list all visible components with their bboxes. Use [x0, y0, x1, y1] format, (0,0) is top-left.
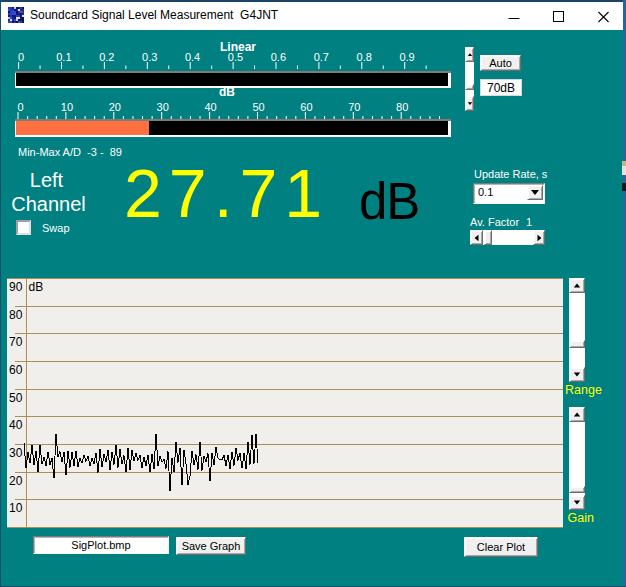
svg-text:60: 60 — [9, 363, 23, 377]
svg-text:10: 10 — [9, 501, 23, 515]
svg-text:50: 50 — [9, 391, 23, 405]
svg-text:70: 70 — [9, 335, 23, 349]
svg-text:dB: dB — [29, 280, 44, 294]
svg-text:30: 30 — [9, 446, 23, 460]
svg-text:20: 20 — [9, 474, 23, 488]
svg-text:90: 90 — [9, 280, 23, 294]
svg-text:80: 80 — [9, 308, 23, 322]
svg-text:40: 40 — [9, 418, 23, 432]
